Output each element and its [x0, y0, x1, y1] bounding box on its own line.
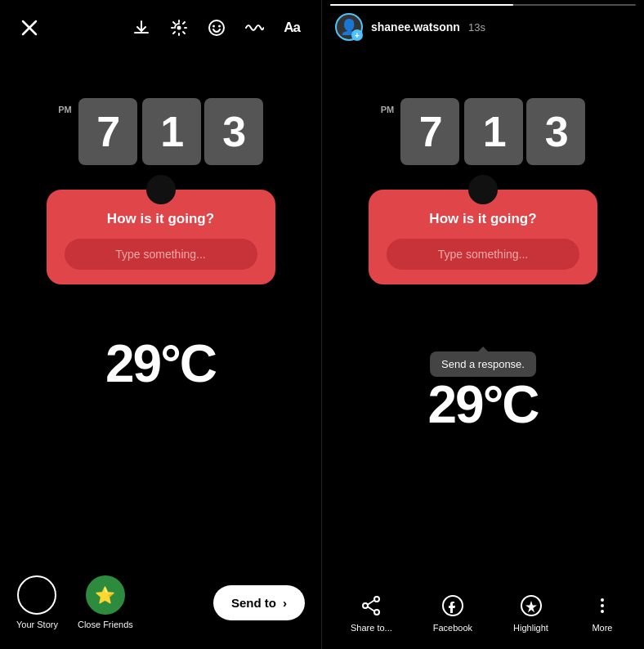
avatar: 👤 + — [335, 13, 363, 41]
clock-min1: 1 — [142, 98, 201, 165]
right-clock-period: PM — [381, 105, 395, 114]
right-content-area: PM 7 1 3 How is it going? Type something… — [322, 0, 644, 649]
svg-line-9 — [368, 600, 374, 604]
right-clock-min2: 3 — [526, 98, 585, 165]
tooltip-text: Send a response. — [441, 358, 525, 370]
right-qa-question: How is it going? — [429, 211, 536, 227]
clock-widget: PM 7 1 3 — [58, 98, 263, 165]
temperature-display: 29°C — [105, 333, 216, 394]
qa-input-placeholder[interactable]: Type something... — [65, 239, 257, 270]
your-story-option[interactable]: Your Story — [16, 575, 58, 629]
toolbar: Aa — [0, 0, 321, 49]
share-to-button[interactable]: Share to... — [351, 593, 392, 633]
right-panel: 👤 + shanee.watsonn 13s PM 7 1 3 How is i… — [322, 0, 644, 649]
clock-hour: 7 — [78, 98, 137, 165]
share-icon — [358, 593, 384, 619]
more-icon — [589, 593, 615, 619]
share-to-label: Share to... — [351, 623, 392, 633]
right-qa-notch — [468, 175, 498, 204]
right-clock-minutes: 1 3 — [464, 98, 585, 165]
right-qa-widget[interactable]: How is it going? Type something... — [369, 190, 597, 284]
close-friends-circle: ⭐ — [86, 575, 125, 615]
effects-button[interactable] — [166, 15, 192, 41]
your-story-circle — [17, 575, 56, 615]
more-label: More — [592, 623, 612, 633]
highlight-icon — [518, 593, 544, 619]
left-panel: Aa PM 7 1 3 How is it going? Type someth… — [0, 0, 322, 649]
svg-point-13 — [601, 598, 604, 602]
right-qa-input-placeholder[interactable]: Type something... — [387, 239, 579, 270]
svg-point-7 — [363, 603, 368, 608]
send-arrow-icon: › — [283, 596, 287, 610]
bottom-bar: Your Story ⭐ Close Friends Send to › — [0, 562, 321, 649]
time-ago-label: 13s — [468, 21, 485, 34]
close-friends-label: Close Friends — [78, 620, 133, 629]
qa-notch — [146, 175, 176, 204]
svg-point-8 — [374, 610, 379, 615]
facebook-button[interactable]: Facebook — [433, 593, 472, 633]
highlight-label: Highlight — [513, 623, 548, 633]
tooltip: Send a response. — [430, 351, 536, 377]
toolbar-right: Aa — [128, 15, 305, 41]
avatar-plus-icon: + — [351, 29, 363, 41]
right-temperature-display: 29°C — [428, 374, 539, 435]
qa-widget[interactable]: How is it going? Type something... — [47, 190, 275, 284]
username-label: shanee.watsonn — [371, 20, 460, 34]
right-clock-widget: PM 7 1 3 — [381, 98, 586, 165]
story-header: 👤 + shanee.watsonn 13s — [322, 0, 644, 49]
left-content-area: PM 7 1 3 How is it going? Type something… — [0, 0, 321, 649]
qa-question: How is it going? — [107, 211, 214, 227]
clock-minutes: 1 3 — [142, 98, 263, 165]
facebook-icon — [440, 593, 466, 619]
download-button[interactable] — [128, 15, 154, 41]
facebook-label: Facebook — [433, 623, 472, 633]
svg-point-15 — [601, 610, 604, 613]
right-clock-min1: 1 — [464, 98, 523, 165]
clock-period: PM — [58, 105, 72, 114]
story-options: Your Story ⭐ Close Friends — [16, 575, 133, 629]
squiggle-button[interactable] — [241, 15, 267, 41]
close-friends-option[interactable]: ⭐ Close Friends — [78, 575, 133, 629]
more-button[interactable]: More — [589, 593, 615, 633]
text-button[interactable]: Aa — [279, 15, 305, 41]
send-to-label: Send to — [231, 596, 276, 610]
svg-point-6 — [374, 597, 379, 602]
your-story-label: Your Story — [16, 620, 58, 629]
send-to-button[interactable]: Send to › — [213, 585, 305, 620]
sticker-button[interactable] — [203, 15, 230, 41]
svg-point-5 — [218, 25, 221, 28]
right-clock-hour: 7 — [400, 98, 459, 165]
svg-point-2 — [177, 26, 181, 30]
highlight-button[interactable]: Highlight — [513, 593, 548, 633]
right-bottom-bar: Share to... Facebook Highlight — [322, 581, 644, 649]
svg-point-14 — [601, 604, 604, 607]
svg-line-10 — [368, 606, 374, 611]
svg-point-3 — [209, 20, 224, 35]
close-button[interactable] — [16, 15, 42, 41]
svg-point-4 — [212, 25, 215, 28]
clock-min2: 3 — [204, 98, 263, 165]
